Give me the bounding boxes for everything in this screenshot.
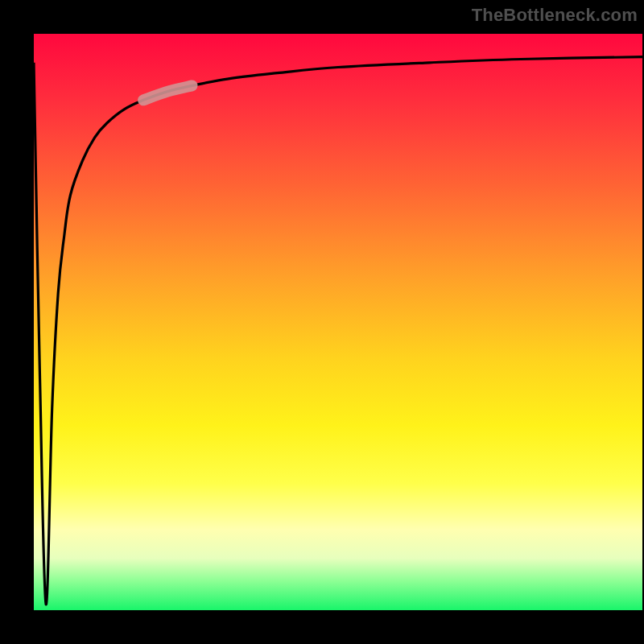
chart-frame: TheBottleneck.com: [0, 0, 644, 644]
watermark-label: TheBottleneck.com: [472, 5, 638, 26]
plot-area: [34, 34, 642, 610]
